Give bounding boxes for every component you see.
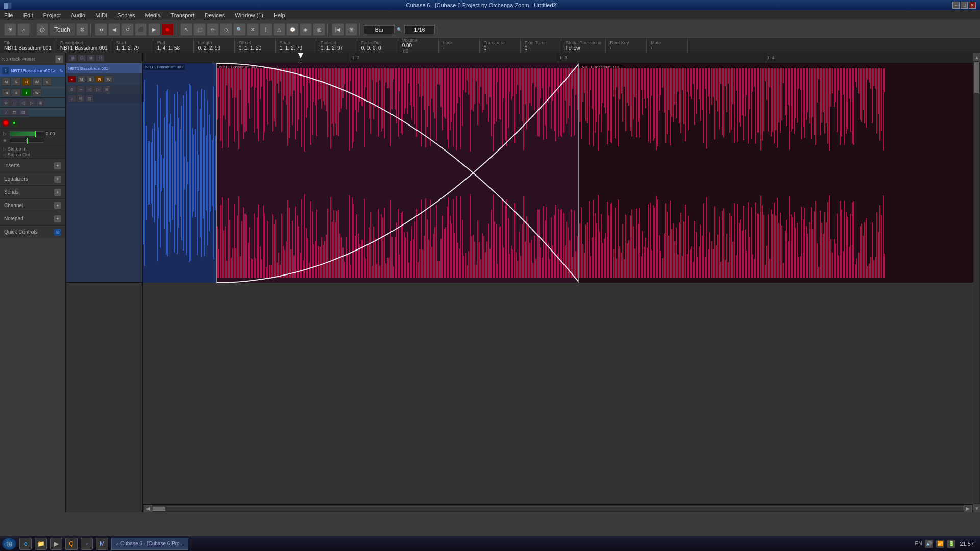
taskbar-ie-icon[interactable]: e bbox=[19, 538, 32, 550]
tb-zoom-tool[interactable]: 🔍 bbox=[233, 23, 246, 36]
mini-btn-2[interactable]: ↔ bbox=[10, 99, 18, 106]
hscroll-thumb[interactable] bbox=[153, 507, 165, 511]
tb-erase-tool[interactable]: ◇ bbox=[220, 23, 232, 36]
track-read-btn[interactable]: R bbox=[22, 78, 31, 86]
tray-power-icon[interactable]: 🔋 bbox=[947, 540, 955, 548]
tb-stop-button[interactable]: ⬛ bbox=[135, 23, 147, 36]
tb-cycle-btn[interactable]: ⊞ bbox=[345, 23, 357, 36]
inserts-section[interactable]: Inserts + bbox=[0, 159, 65, 172]
mini-btn-1[interactable]: ⊚ bbox=[2, 99, 10, 106]
mini-icon-chain[interactable]: ⛓ bbox=[10, 109, 18, 116]
scroll-up-button[interactable]: ▲ bbox=[973, 53, 980, 61]
quick-controls-section[interactable]: Quick Controls ⊙ bbox=[0, 225, 65, 238]
view-icon-3[interactable]: ⊠ bbox=[87, 55, 95, 62]
channel-section[interactable]: Channel + bbox=[0, 198, 65, 212]
mini-icon-wrap[interactable]: ⊡ bbox=[19, 109, 27, 116]
pan-fader[interactable]: C bbox=[10, 138, 44, 143]
track-write-btn[interactable]: W bbox=[32, 78, 41, 86]
slot-icon7[interactable]: ⛓ bbox=[77, 95, 85, 102]
record-arm-button[interactable] bbox=[2, 119, 9, 127]
track-s2[interactable]: s bbox=[12, 88, 21, 96]
tb-btn-grid[interactable]: ⊞ bbox=[4, 23, 16, 36]
menu-edit[interactable]: Edit bbox=[21, 11, 35, 19]
menu-help[interactable]: Help bbox=[272, 11, 287, 19]
start-button[interactable]: ⊞ bbox=[2, 538, 16, 550]
taskbar-qt-icon[interactable]: Q bbox=[65, 538, 78, 550]
snap-display[interactable]: Bar bbox=[364, 25, 395, 34]
view-icon-1[interactable]: ⊞ bbox=[68, 55, 77, 62]
slot-icon6[interactable]: ♪ bbox=[68, 95, 76, 102]
tb-range-tool[interactable]: ⬚ bbox=[193, 23, 206, 36]
scroll-right-button[interactable]: ▶ bbox=[964, 505, 972, 513]
volume-fader[interactable] bbox=[10, 131, 44, 136]
tb-draw-tool[interactable]: ✏ bbox=[207, 23, 219, 36]
menu-file[interactable]: File bbox=[2, 11, 15, 19]
monitor-button[interactable]: ● bbox=[11, 119, 18, 127]
slot-record-btn[interactable]: ● bbox=[68, 76, 76, 83]
tray-network-icon[interactable]: 📶 bbox=[936, 540, 944, 548]
tb-scrub-tool[interactable]: ◎ bbox=[313, 23, 325, 36]
track-edit-icon[interactable]: ✎ bbox=[59, 68, 63, 74]
tb-timewarp-tool[interactable]: ⌚ bbox=[286, 23, 299, 36]
hscroll-track[interactable] bbox=[152, 506, 964, 511]
view-icon-2[interactable]: ⊡ bbox=[78, 55, 86, 62]
track-preset-btn[interactable]: ▼ bbox=[55, 55, 63, 63]
slot-icon5[interactable]: ⊞ bbox=[103, 86, 111, 93]
track-edit-btn[interactable]: e bbox=[42, 78, 52, 86]
track-solo-btn[interactable]: S bbox=[12, 78, 21, 86]
track-mute-btn[interactable]: M bbox=[2, 78, 11, 86]
tray-sound-icon[interactable]: 🔊 bbox=[925, 540, 933, 548]
hscrollbar[interactable]: ◀ ▶ bbox=[143, 504, 973, 512]
tb-prev-button[interactable]: ◀ bbox=[108, 23, 120, 36]
tb-btn-icon2[interactable]: ⊠ bbox=[76, 23, 88, 36]
scroll-left-button[interactable]: ◀ bbox=[144, 505, 152, 513]
scroll-down-button[interactable]: ▼ bbox=[973, 504, 980, 512]
mini-btn-5[interactable]: ⊞ bbox=[36, 99, 44, 106]
menu-scores[interactable]: Scores bbox=[115, 11, 137, 19]
tb-mute-tool[interactable]: ✕ bbox=[247, 23, 259, 36]
minimize-button[interactable]: − bbox=[952, 2, 960, 9]
taskbar-explorer-icon[interactable]: 📁 bbox=[35, 538, 47, 550]
sends-section[interactable]: Sends + bbox=[0, 185, 65, 198]
tb-select-tool[interactable]: ↖ bbox=[180, 23, 192, 36]
tb-glue-tool[interactable]: △ bbox=[273, 23, 285, 36]
mini-icon-speaker[interactable]: ♪ bbox=[2, 109, 10, 116]
touch-mode-button[interactable]: Touch bbox=[50, 23, 75, 36]
slot-icon4[interactable]: ▷ bbox=[94, 86, 102, 93]
tb-rewind-button[interactable]: ⏮ bbox=[95, 23, 107, 36]
slot-icon8[interactable]: ⊡ bbox=[85, 95, 93, 102]
menu-project[interactable]: Project bbox=[41, 11, 63, 19]
mini-btn-4[interactable]: ▷ bbox=[28, 99, 36, 106]
slot-icon1[interactable]: ⊚ bbox=[68, 86, 76, 93]
tb-btn-record-icon[interactable]: ⊙ bbox=[36, 23, 48, 36]
tb-btn-midi[interactable]: ♪ bbox=[17, 23, 30, 36]
tb-split-tool[interactable]: | bbox=[260, 23, 272, 36]
track-r2[interactable]: r bbox=[22, 88, 31, 96]
slot-mute-btn[interactable]: M bbox=[77, 76, 85, 83]
slot-solo-btn[interactable]: S bbox=[86, 76, 94, 83]
vscroll-thumb[interactable] bbox=[974, 62, 979, 93]
menu-media[interactable]: Media bbox=[143, 11, 163, 19]
track-w2[interactable]: w bbox=[32, 88, 41, 96]
tb-marker-btn[interactable]: |◀ bbox=[332, 23, 344, 36]
menu-devices[interactable]: Devices bbox=[203, 11, 227, 19]
maximize-button[interactable]: □ bbox=[961, 2, 968, 9]
view-icon-4[interactable]: ⊟ bbox=[96, 55, 104, 62]
menu-midi[interactable]: MIDI bbox=[93, 11, 109, 19]
menu-transport[interactable]: Transport bbox=[169, 11, 197, 19]
notepad-section[interactable]: Notepad + bbox=[0, 212, 65, 225]
slot-w-btn[interactable]: W bbox=[105, 76, 113, 83]
tb-loop-button[interactable]: ↺ bbox=[121, 23, 134, 36]
vscroll-track[interactable] bbox=[974, 62, 979, 503]
track-m2[interactable]: m bbox=[2, 88, 11, 96]
slot-icon3[interactable]: ◁ bbox=[85, 86, 93, 93]
tb-play-button[interactable]: ▶ bbox=[148, 23, 160, 36]
quantize-display[interactable]: 1/16 bbox=[404, 25, 435, 34]
taskbar-cubase-small[interactable]: ♪ bbox=[81, 538, 93, 550]
taskbar-midi-icon[interactable]: M bbox=[96, 538, 108, 550]
tb-audio-tool[interactable]: ◈ bbox=[300, 23, 312, 36]
slot-icon2[interactable]: ↔ bbox=[77, 86, 85, 93]
equalizers-section[interactable]: Equalizers + bbox=[0, 172, 65, 185]
menu-audio[interactable]: Audio bbox=[69, 11, 87, 19]
menu-window[interactable]: Window (1) bbox=[233, 11, 265, 19]
